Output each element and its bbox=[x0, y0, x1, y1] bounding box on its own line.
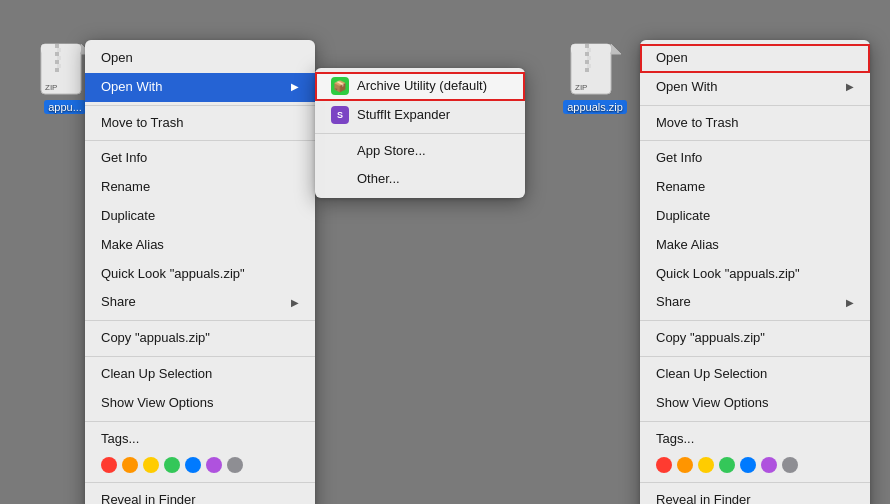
right-tags-row bbox=[640, 453, 870, 479]
left-sep-4 bbox=[85, 356, 315, 357]
left-submenu-appstore[interactable]: App Store... bbox=[315, 137, 525, 166]
right-menu-copy[interactable]: Copy "appuals.zip" bbox=[640, 324, 870, 353]
right-menu-share[interactable]: Share ▶ bbox=[640, 288, 870, 317]
svg-rect-22 bbox=[587, 56, 591, 60]
right-menu-tags-label: Tags... bbox=[640, 425, 870, 454]
left-tag-purple[interactable] bbox=[206, 457, 222, 473]
stuffit-label: StuffIt Expander bbox=[357, 105, 450, 126]
right-menu-get-info[interactable]: Get Info bbox=[640, 144, 870, 173]
left-tag-blue[interactable] bbox=[185, 457, 201, 473]
left-menu-open[interactable]: Open bbox=[85, 44, 315, 73]
right-sep-4 bbox=[640, 356, 870, 357]
right-tag-blue[interactable] bbox=[740, 457, 756, 473]
svg-rect-8 bbox=[55, 68, 59, 72]
left-sep-3 bbox=[85, 320, 315, 321]
submenu-sep-1 bbox=[315, 133, 525, 134]
desktop: ZIP appu... Open Open With ▶ Move to Tra… bbox=[0, 0, 890, 504]
appstore-label: App Store... bbox=[357, 141, 426, 162]
right-menu-move-trash[interactable]: Move to Trash bbox=[640, 109, 870, 138]
right-tag-purple[interactable] bbox=[761, 457, 777, 473]
left-sep-1 bbox=[85, 105, 315, 106]
right-zip-file-icon: ZIP bbox=[569, 40, 621, 98]
svg-text:ZIP: ZIP bbox=[575, 83, 587, 92]
left-context-menu: Open Open With ▶ Move to Trash Get Info … bbox=[85, 40, 315, 504]
svg-rect-18 bbox=[585, 52, 589, 56]
left-submenu-stuffit[interactable]: S StuffIt Expander bbox=[315, 101, 525, 130]
svg-rect-20 bbox=[585, 68, 589, 72]
svg-rect-7 bbox=[55, 60, 59, 64]
archive-utility-icon: 📦 bbox=[331, 77, 349, 95]
right-menu-show-view[interactable]: Show View Options bbox=[640, 389, 870, 418]
right-menu-open-with[interactable]: Open With ▶ bbox=[640, 73, 870, 102]
left-menu-open-with[interactable]: Open With ▶ bbox=[85, 73, 315, 102]
left-file-label: appu... bbox=[44, 100, 86, 114]
right-menu-rename[interactable]: Rename bbox=[640, 173, 870, 202]
left-menu-get-info[interactable]: Get Info bbox=[85, 144, 315, 173]
left-tag-green[interactable] bbox=[164, 457, 180, 473]
left-submenu-archive[interactable]: 📦 Archive Utility (default) bbox=[315, 72, 525, 101]
right-file-icon[interactable]: ZIP appuals.zip bbox=[560, 40, 630, 114]
zip-file-icon: ZIP bbox=[39, 40, 91, 98]
left-tag-gray[interactable] bbox=[227, 457, 243, 473]
right-sep-5 bbox=[640, 421, 870, 422]
left-menu-show-view[interactable]: Show View Options bbox=[85, 389, 315, 418]
right-menu-open[interactable]: Open bbox=[640, 44, 870, 73]
svg-rect-11 bbox=[57, 64, 61, 68]
left-menu-move-trash[interactable]: Move to Trash bbox=[85, 109, 315, 138]
left-submenu-other[interactable]: Other... bbox=[315, 165, 525, 194]
svg-rect-17 bbox=[585, 44, 589, 48]
right-menu-reveal[interactable]: Reveal in Finder bbox=[640, 486, 870, 504]
svg-text:ZIP: ZIP bbox=[45, 83, 57, 92]
left-tags-row bbox=[85, 453, 315, 479]
left-tag-orange[interactable] bbox=[122, 457, 138, 473]
left-menu-tags-label: Tags... bbox=[85, 425, 315, 454]
right-sep-1 bbox=[640, 105, 870, 106]
svg-rect-23 bbox=[587, 64, 591, 68]
right-sep-3 bbox=[640, 320, 870, 321]
right-tag-orange[interactable] bbox=[677, 457, 693, 473]
stuffit-icon: S bbox=[331, 106, 349, 124]
left-sep-5 bbox=[85, 421, 315, 422]
right-context-menu: Open Open With ▶ Move to Trash Get Info … bbox=[640, 40, 870, 504]
left-tag-red[interactable] bbox=[101, 457, 117, 473]
left-sep-2 bbox=[85, 140, 315, 141]
svg-rect-5 bbox=[55, 44, 59, 48]
left-submenu: 📦 Archive Utility (default) S StuffIt Ex… bbox=[315, 68, 525, 198]
right-tag-green[interactable] bbox=[719, 457, 735, 473]
left-menu-make-alias[interactable]: Make Alias bbox=[85, 231, 315, 260]
svg-rect-10 bbox=[57, 56, 61, 60]
svg-rect-19 bbox=[585, 60, 589, 64]
right-tag-gray[interactable] bbox=[782, 457, 798, 473]
right-menu-duplicate[interactable]: Duplicate bbox=[640, 202, 870, 231]
left-tag-yellow[interactable] bbox=[143, 457, 159, 473]
left-menu-duplicate[interactable]: Duplicate bbox=[85, 202, 315, 231]
left-menu-reveal[interactable]: Reveal in Finder bbox=[85, 486, 315, 504]
left-menu-cleanup[interactable]: Clean Up Selection bbox=[85, 360, 315, 389]
svg-rect-21 bbox=[587, 48, 591, 52]
right-tag-red[interactable] bbox=[656, 457, 672, 473]
svg-rect-9 bbox=[57, 48, 61, 52]
left-menu-share[interactable]: Share ▶ bbox=[85, 288, 315, 317]
other-label: Other... bbox=[357, 169, 400, 190]
archive-utility-label: Archive Utility (default) bbox=[357, 76, 487, 97]
left-sep-6 bbox=[85, 482, 315, 483]
left-menu-rename[interactable]: Rename bbox=[85, 173, 315, 202]
right-menu-quick-look[interactable]: Quick Look "appuals.zip" bbox=[640, 260, 870, 289]
left-menu-copy[interactable]: Copy "appuals.zip" bbox=[85, 324, 315, 353]
right-sep-2 bbox=[640, 140, 870, 141]
svg-rect-6 bbox=[55, 52, 59, 56]
right-menu-cleanup[interactable]: Clean Up Selection bbox=[640, 360, 870, 389]
right-sep-6 bbox=[640, 482, 870, 483]
right-tag-yellow[interactable] bbox=[698, 457, 714, 473]
right-file-label: appuals.zip bbox=[563, 100, 627, 114]
left-menu-quick-look[interactable]: Quick Look "appuals.zip" bbox=[85, 260, 315, 289]
right-menu-make-alias[interactable]: Make Alias bbox=[640, 231, 870, 260]
